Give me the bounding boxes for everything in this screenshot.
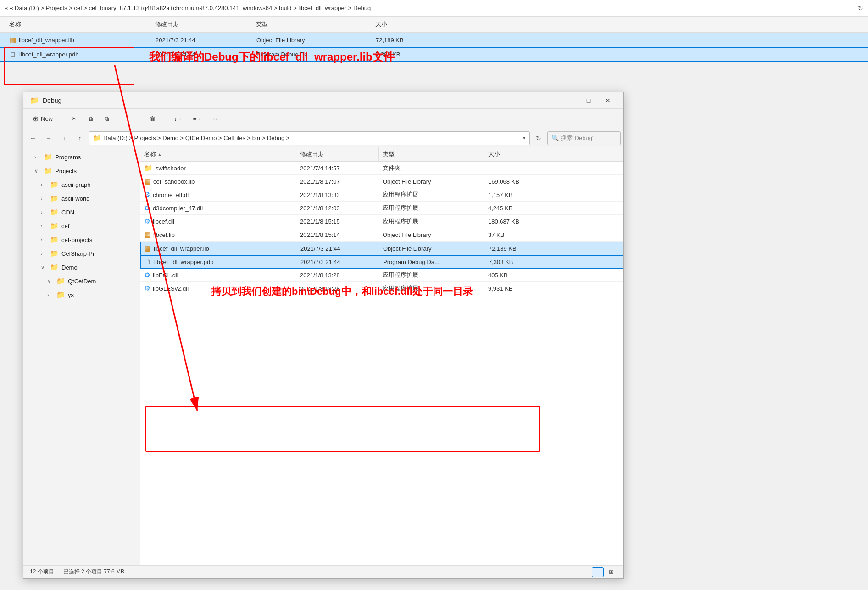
file-date-cef-sandbox: 2021/1/8 17:07 — [296, 175, 379, 188]
address-text: Data (D:) > Projects > Demo > QtCefDemo … — [103, 135, 521, 141]
chevron-icon: › — [41, 251, 47, 256]
view-buttons: ≡ ⊞ — [592, 567, 617, 577]
file-row-chrome-elf[interactable]: ⚙ chrome_elf.dll 2021/1/8 13:33 应用程序扩展 1… — [140, 188, 623, 202]
file-name-d3dcompiler: ⚙ d3dcompiler_47.dll — [140, 202, 296, 214]
sidebar-item-demo[interactable]: ∨ 📁 Demo — [23, 260, 140, 274]
delete-button[interactable]: 🗑 — [145, 112, 160, 126]
sidebar-label-programs: Programs — [55, 154, 81, 161]
top-column-headers: 名称 修改日期 类型 大小 — [0, 17, 868, 33]
col-date[interactable]: 修改日期 — [151, 18, 252, 30]
header-date[interactable]: 修改日期 — [296, 147, 379, 161]
minimize-button[interactable]: — — [560, 94, 579, 107]
top-file-type-lib: Object File Library — [253, 34, 372, 46]
header-name[interactable]: 名称 ▲ — [140, 147, 296, 161]
toolbar: ⊕ New ✂ ⧉ ⧉ ↑ 🗑 ↕ · ≡ · ··· — [23, 109, 623, 129]
share-icon: ↑ — [128, 115, 131, 122]
copy-button[interactable]: ⧉ — [84, 112, 97, 126]
window-title: Debug — [43, 97, 61, 104]
folder-icon: 📁 — [50, 180, 59, 189]
sidebar-item-cef-projects[interactable]: › 📁 cef-projects — [23, 233, 140, 247]
chevron-icon: ∨ — [34, 168, 41, 174]
file-row-cef-sandbox[interactable]: ▦ cef_sandbox.lib 2021/1/8 17:07 Object … — [140, 175, 623, 188]
header-size[interactable]: 大小 — [484, 147, 549, 161]
col-name[interactable]: 名称 — [0, 18, 151, 30]
close-button[interactable]: ✕ — [599, 94, 617, 107]
lib-icon: ▦ — [145, 244, 151, 253]
dll-icon: ⚙ — [144, 204, 150, 212]
nav-bar: ← → ↓ ↑ 📁 Data (D:) > Projects > Demo > … — [23, 129, 623, 147]
file-row-libcef-lib[interactable]: ▦ libcef.lib 2021/1/8 15:14 Object File … — [140, 228, 623, 242]
col-size[interactable]: 大小 — [372, 18, 445, 30]
nav-down-button[interactable]: ↓ — [57, 131, 71, 145]
up-button[interactable]: ↑ — [73, 131, 87, 145]
view-tiles-button[interactable]: ⊞ — [605, 567, 617, 577]
top-explorer: « « Data (D:) > Projects > cef > cef_bin… — [0, 0, 868, 62]
sidebar-item-cdn[interactable]: › 📁 CDN — [23, 205, 140, 219]
file-row-swiftshader[interactable]: 📁 swiftshader 2021/7/4 14:57 文件夹 — [140, 162, 623, 175]
view-button[interactable]: ≡ · — [189, 112, 205, 126]
sidebar-item-ascii-graph[interactable]: › 📁 ascii-graph — [23, 178, 140, 191]
forward-button[interactable]: → — [42, 131, 56, 145]
sidebar-item-programs[interactable]: › 📁 Programs — [23, 150, 140, 164]
copy-icon: ⧉ — [89, 115, 93, 123]
file-type-d3dcompiler: 应用程序扩展 — [379, 202, 484, 214]
cut-button[interactable]: ✂ — [67, 112, 81, 126]
dll-icon: ⚙ — [144, 271, 150, 279]
col-type[interactable]: 类型 — [252, 18, 372, 30]
sidebar-item-ys[interactable]: › 📁 ys — [23, 288, 140, 302]
maximize-button[interactable]: □ — [579, 94, 598, 107]
top-file-name-pdb: 🗒 libcef_dll_wrapper.pdb — [0, 49, 152, 60]
chevron-icon: › — [41, 196, 47, 201]
sort-label: · — [179, 115, 181, 122]
folder-icon: 📁 — [44, 167, 52, 175]
top-file-row-lib[interactable]: ▦ libcef_dll_wrapper.lib 2021/7/3 21:44 … — [0, 33, 868, 47]
top-file-row-pdb[interactable]: 🗒 libcef_dll_wrapper.pdb 2021/7/3 21:44 … — [0, 47, 868, 62]
file-row-wrapper-pdb[interactable]: 🗒 libcef_dll_wrapper.pdb 2021/7/3 21:44 … — [140, 255, 623, 269]
refresh-button[interactable]: ↻ — [858, 5, 863, 12]
search-box[interactable]: 🔍 搜索"Debug" — [547, 131, 621, 145]
top-file-type-pdb: Program Debug Da... — [253, 49, 372, 60]
address-folder-icon: 📁 — [93, 134, 101, 142]
file-date-swiftshader: 2021/7/4 14:57 — [296, 162, 379, 174]
sidebar-item-cefsharp[interactable]: › 📁 CefSharp-Pr — [23, 247, 140, 260]
folder-icon: 📁 — [44, 153, 52, 161]
file-date-libcef-dll: 2021/1/8 15:15 — [296, 215, 379, 228]
file-row-d3dcompiler[interactable]: ⚙ d3dcompiler_47.dll 2021/1/8 12:03 应用程序… — [140, 202, 623, 215]
file-type-cef-sandbox: Object File Library — [379, 175, 484, 188]
view-details-button[interactable]: ≡ — [592, 567, 604, 577]
header-type[interactable]: 类型 — [379, 147, 484, 161]
sidebar-item-ascii-world[interactable]: › 📁 ascii-world — [23, 191, 140, 205]
sidebar-label-ys: ys — [68, 292, 74, 298]
more-button[interactable]: ··· — [208, 112, 222, 126]
address-refresh-button[interactable]: ↻ — [532, 131, 545, 145]
share-button[interactable]: ↑ — [123, 112, 135, 126]
top-file-date-pdb: 2021/7/3 21:44 — [152, 49, 253, 60]
file-row-wrapper-lib[interactable]: ▦ libcef_dll_wrapper.lib 2021/7/3 21:44 … — [140, 242, 623, 255]
window-folder-icon: 📁 — [30, 96, 39, 105]
back-button[interactable]: ← — [26, 131, 40, 145]
file-row-libglesv2[interactable]: ⚙ libGLESv2.dll 2021/1/8 13:28 应用程序扩展 9,… — [140, 282, 623, 295]
sidebar-item-qtcefdemo[interactable]: ∨ 📁 QtCefDem — [23, 274, 140, 288]
sidebar-label-cef-projects: cef-projects — [61, 236, 92, 243]
file-row-libegl[interactable]: ⚙ libEGL.dll 2021/1/8 13:28 应用程序扩展 405 K… — [140, 269, 623, 282]
sort-arrow-icon: ▲ — [157, 152, 162, 157]
top-breadcrumb: « « Data (D:) > Projects > cef > cef_bin… — [0, 0, 868, 17]
file-type-libcef-lib: Object File Library — [379, 228, 484, 241]
file-row-libcef-dll[interactable]: ⚙ libcef.dll 2021/1/8 15:15 应用程序扩展 180,6… — [140, 215, 623, 228]
sidebar-item-projects[interactable]: ∨ 📁 Projects — [23, 164, 140, 178]
sort-button[interactable]: ↕ · — [170, 112, 186, 126]
file-date-libegl: 2021/1/8 13:28 — [296, 269, 379, 281]
file-date-d3dcompiler: 2021/1/8 12:03 — [296, 202, 379, 214]
sidebar-label-cdn: CDN — [61, 209, 74, 216]
sidebar-label-cefsharp: CefSharp-Pr — [61, 250, 95, 257]
new-button[interactable]: ⊕ New — [28, 112, 57, 126]
paste-button[interactable]: ⧉ — [100, 112, 113, 126]
sidebar: › 📁 Programs ∨ 📁 Projects › 📁 ascii-grap… — [23, 147, 140, 565]
address-dropdown-button[interactable]: ▾ — [523, 135, 526, 141]
address-bar[interactable]: 📁 Data (D:) > Projects > Demo > QtCefDem… — [89, 131, 530, 145]
search-icon: 🔍 — [551, 135, 559, 141]
sidebar-item-cef[interactable]: › 📁 cef — [23, 219, 140, 233]
file-type-libegl: 应用程序扩展 — [379, 269, 484, 281]
file-size-chrome-elf: 1,157 KB — [484, 188, 549, 201]
folder-icon: 📁 — [50, 222, 59, 230]
